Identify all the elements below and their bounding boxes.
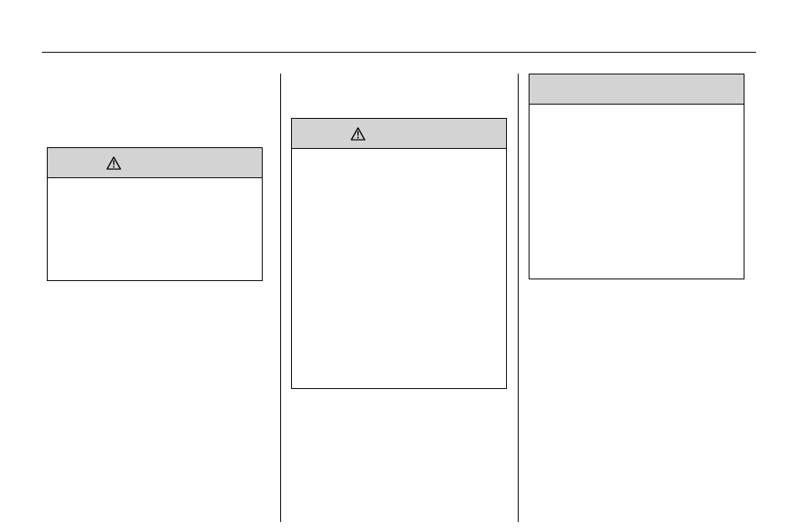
svg-point-2 bbox=[113, 166, 115, 167]
warning-triangle-icon bbox=[106, 156, 121, 170]
callout-body bbox=[48, 178, 262, 192]
warning-triangle-icon bbox=[350, 127, 366, 141]
document-page bbox=[0, 0, 798, 532]
callout-box bbox=[529, 74, 744, 279]
column-divider bbox=[280, 74, 281, 522]
callout-body bbox=[292, 149, 506, 162]
svg-point-5 bbox=[357, 136, 359, 138]
callout-box bbox=[291, 118, 507, 389]
callout-header bbox=[529, 74, 744, 105]
column-divider bbox=[518, 74, 519, 522]
callout-body bbox=[529, 105, 744, 118]
callout-header bbox=[292, 119, 506, 149]
callout-box bbox=[47, 147, 263, 281]
top-rule bbox=[42, 52, 756, 53]
callout-header bbox=[48, 148, 262, 178]
